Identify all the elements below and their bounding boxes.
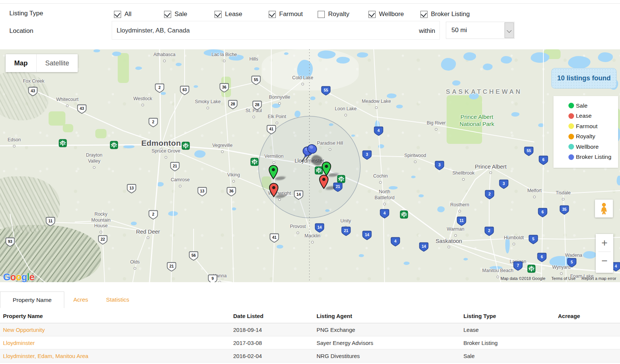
park-area [221, 77, 231, 97]
mountain-terrain [0, 176, 60, 232]
map-view-button[interactable]: Map [6, 54, 36, 72]
svg-text:5: 5 [532, 237, 534, 241]
svg-text:21: 21 [336, 184, 340, 189]
checkbox-label: Sale [175, 10, 187, 18]
legend-color-dot [568, 144, 574, 149]
listing-type-checkbox-farmout[interactable]: Farmout [269, 10, 303, 18]
property-name-link[interactable]: Lloydminster [3, 340, 35, 346]
lake [294, 111, 300, 117]
listing-pushpin-broker-listing[interactable] [302, 143, 320, 164]
town-dot [142, 104, 144, 107]
highway-shield-55-icon: 55 [524, 146, 534, 158]
listing-type-checkbox-royalty[interactable]: Royalty [318, 10, 349, 18]
tab-property-name[interactable]: Property Name [0, 291, 64, 308]
svg-text:2: 2 [158, 85, 161, 90]
satellite-view-button[interactable]: Satellite [37, 54, 78, 72]
town-label: Macklin [305, 233, 320, 239]
town-label: Hanna [213, 273, 227, 279]
checkbox-checked-icon[interactable] [164, 11, 171, 18]
location-input[interactable]: Lloydminster, AB, Canada [112, 21, 440, 40]
svg-text:16: 16 [402, 213, 406, 216]
top-divider [0, 3, 620, 4]
svg-text:41: 41 [269, 127, 274, 131]
town-dot [223, 60, 226, 62]
zoom-in-button[interactable]: + [596, 234, 613, 252]
svg-text:41: 41 [272, 235, 277, 240]
town-dot [435, 128, 438, 131]
highway-shield-5-icon: 5 [528, 235, 538, 246]
svg-text:43: 43 [80, 106, 84, 111]
checkbox-checked-icon[interactable] [215, 11, 222, 18]
listing-type-checkbox-wellbore[interactable]: Wellbore [368, 10, 404, 18]
listing-pin-sale[interactable] [268, 165, 278, 181]
tab-statistics[interactable]: Statistics [97, 291, 138, 308]
checkbox-checked-icon[interactable] [420, 11, 428, 18]
highway-shield-yellowhead-16-icon: 16 [337, 175, 345, 185]
highway-shield-3-icon: 3 [362, 150, 372, 161]
tab-acres[interactable]: Acres [64, 291, 97, 308]
svg-text:6: 6 [542, 210, 544, 214]
listing-pin-lease[interactable] [269, 183, 279, 199]
town-label: Athabasca [153, 52, 175, 58]
property-name-link[interactable]: New Opportunity [3, 327, 45, 333]
listing-type-checkbox-sale[interactable]: Sale [164, 10, 187, 18]
listing-pin-lease[interactable] [319, 175, 329, 191]
town-dot [160, 148, 163, 151]
column-header-listing-type: Listing Type [460, 310, 555, 323]
map-type-control: Map Satellite [6, 54, 78, 72]
town-dot [13, 145, 16, 148]
svg-text:21: 21 [169, 264, 174, 268]
checkbox-checked-icon[interactable] [269, 11, 276, 18]
svg-text:55: 55 [254, 77, 258, 82]
chevron-down-icon[interactable] [505, 22, 514, 38]
town-label: Whitecourt [56, 97, 78, 103]
town-label: Tisdale [556, 190, 571, 196]
park-area [447, 95, 482, 144]
svg-text:16: 16 [339, 177, 343, 181]
lake [617, 176, 620, 185]
legend-item: Sale [568, 101, 618, 111]
town-dot [297, 232, 299, 234]
town-label: Melfort [527, 188, 542, 194]
listing-type-checkbox-broker-listing[interactable]: Broker Listing [420, 10, 470, 18]
highway-shield-9-icon: 9 [208, 274, 218, 282]
checkbox-unchecked-icon[interactable] [318, 11, 325, 18]
lake [351, 135, 355, 137]
listing-type-checkbox-lease[interactable]: Lease [215, 10, 242, 18]
svg-text:13: 13 [129, 186, 134, 190]
report-map-error-link[interactable]: Report a map error [582, 276, 616, 281]
town-dot [207, 107, 209, 109]
svg-text:11: 11 [459, 218, 463, 223]
lake [549, 256, 573, 267]
town-dot [276, 122, 278, 124]
google-logo[interactable]: Google [3, 271, 34, 282]
listing-type-checkbox-all[interactable]: All [114, 10, 132, 18]
town-label: Meadow Lake [362, 99, 391, 105]
lake [452, 80, 460, 86]
town-dot [462, 178, 465, 181]
highway-shield-14-icon: 14 [362, 231, 372, 242]
cell-date-listed: 2016-02-04 [230, 349, 314, 363]
highway-shield-41-icon: 41 [266, 125, 276, 136]
cell-listing-type: Broker Listing [460, 336, 555, 349]
zoom-out-button[interactable]: − [596, 252, 613, 269]
pegman-icon [599, 203, 609, 215]
town-label: North Battleford [374, 189, 395, 201]
property-name-link[interactable]: Lloydminster, Edam, Manitou Area [3, 353, 88, 359]
pegman-control[interactable] [595, 200, 613, 218]
cell-listing-type: Lease [460, 323, 555, 336]
checkbox-checked-icon[interactable] [114, 11, 121, 18]
legend-label: Broker Listing [576, 154, 611, 160]
svg-text:4: 4 [383, 211, 386, 215]
checkbox-checked-icon[interactable] [368, 11, 376, 18]
highway-shield-2-icon: 2 [148, 118, 158, 129]
checkbox-label: Broker Listing [431, 10, 470, 18]
lake [404, 262, 410, 265]
cell-acreage [555, 323, 620, 336]
map-canvas[interactable]: SASKATCHEWANPrince Albert National ParkF… [0, 49, 620, 282]
radius-select[interactable]: 50 mi [446, 22, 515, 39]
terms-of-use-link[interactable]: Terms of Use [551, 276, 576, 281]
map-data-credit: Map data ©2018 Google [500, 276, 545, 281]
highway-shield-yellowhead-16-icon: 16 [400, 210, 408, 220]
zoom-control: + − [596, 234, 613, 273]
